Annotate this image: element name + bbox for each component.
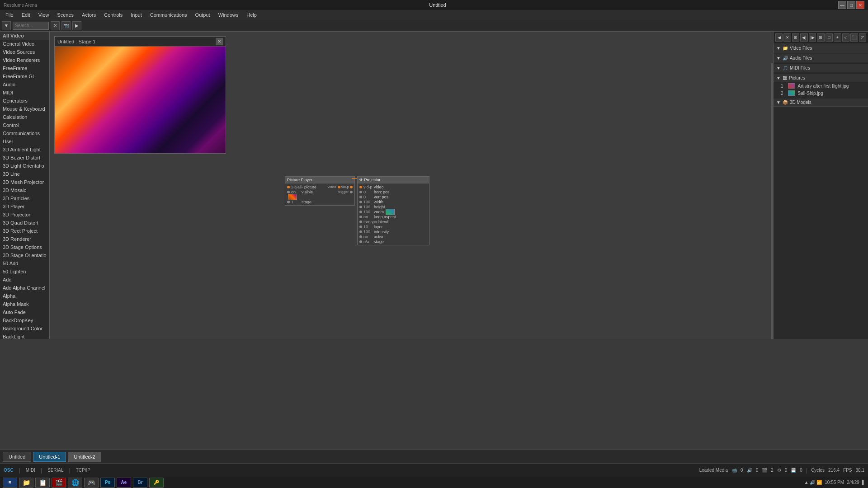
search-input[interactable] <box>13 22 49 30</box>
proj-val-horz: 0 <box>363 190 373 194</box>
sidebar-item-3d-renderer[interactable]: 3D Renderer <box>0 235 49 243</box>
sidebar-item-audio[interactable]: Audio <box>0 80 49 89</box>
sidebar-item-3d-particles[interactable]: 3D Particles <box>0 194 49 202</box>
sidebar-item-alpha-mask[interactable]: Alpha Mask <box>0 300 49 308</box>
sidebar-item-calculation[interactable]: Calculation <box>0 113 49 121</box>
tab-untitled[interactable]: Untitled <box>3 452 31 462</box>
sidebar-item-control[interactable]: Control <box>0 121 49 129</box>
sidebar-item-3d-stage-orient[interactable]: 3D Stage Orientatio <box>0 251 49 259</box>
taskbar-app4[interactable]: 🔑 <box>149 478 164 488</box>
menu-view[interactable]: View <box>35 11 53 19</box>
menu-scenes[interactable]: Scenes <box>53 11 77 19</box>
status-tcpip[interactable]: TCP/IP <box>76 468 90 473</box>
panel-btn-black[interactable]: ⬛ <box>850 33 858 42</box>
pictures-header[interactable]: ▼ 🖼 Pictures <box>774 74 868 82</box>
sidebar-item-freeframe[interactable]: FreeFrame <box>0 64 49 72</box>
minimize-button[interactable]: — <box>838 1 846 9</box>
sidebar-item-background-color[interactable]: Background Color <box>0 324 49 333</box>
projector-node[interactable]: 👁 Projector vid-p video 0 horz pos 0 ver… <box>357 176 429 245</box>
toolbar-clear-btn[interactable]: ✕ <box>51 21 60 30</box>
sidebar-item-general-video[interactable]: General Video <box>0 40 49 48</box>
sidebar-item-3d-mesh[interactable]: 3D Mesh Projector <box>0 178 49 186</box>
taskbar-explorer[interactable]: 📁 <box>19 478 33 488</box>
sidebar-item-add-alpha[interactable]: Add Alpha Channel <box>0 284 49 292</box>
status-serial[interactable]: SERIAL <box>47 468 64 473</box>
panel-btn-back[interactable]: ◀ <box>775 33 783 42</box>
taskbar-app2[interactable]: 🎬 <box>52 478 66 488</box>
midi-files-header[interactable]: ▼ 🎵 MIDI Files <box>774 64 868 72</box>
sidebar-item-freeframe-gl[interactable]: FreeFrame GL <box>0 72 49 80</box>
sidebar-item-generators[interactable]: Generators <box>0 97 49 105</box>
sidebar-item-3d-rect[interactable]: 3D Rect Project <box>0 227 49 235</box>
taskbar-show-desktop[interactable]: ▌ <box>862 480 865 485</box>
panel-btn-grid[interactable]: ⊞ <box>792 33 799 42</box>
sidebar-item-user[interactable]: User <box>0 137 49 145</box>
status-midi[interactable]: MIDI <box>26 468 35 473</box>
sidebar-item-3d-quad[interactable]: 3D Quad Distort <box>0 219 49 227</box>
sidebar-item-communications[interactable]: Communications <box>0 129 49 137</box>
menu-file[interactable]: File <box>2 11 17 19</box>
panel-btn-arrow[interactable]: ◁ <box>842 33 849 42</box>
sidebar-item-midi[interactable]: MIDI <box>0 89 49 97</box>
taskbar-ae[interactable]: Ae <box>117 478 131 488</box>
menu-input[interactable]: Input <box>127 11 145 19</box>
toolbar-camera-btn[interactable]: 📷 <box>61 21 71 30</box>
sidebar-item-50add[interactable]: 50 Add <box>0 259 49 267</box>
status-right: Loaded Media 📹 0 🔊 0 🎬 2 ⚙ 0 💾 0 | Cycle… <box>699 467 864 474</box>
maximize-button[interactable]: □ <box>847 1 855 9</box>
last-icon: 💾 <box>791 468 796 473</box>
sidebar-item-3d-stage-options[interactable]: 3D Stage Options <box>0 243 49 251</box>
sidebar-item-3d-line[interactable]: 3D Line <box>0 170 49 178</box>
taskbar-br[interactable]: Br <box>133 478 147 488</box>
sidebar-item-all-video[interactable]: All Video <box>0 32 49 40</box>
sidebar-item-video-sources[interactable]: Video Sources <box>0 48 49 56</box>
taskbar-chrome[interactable]: 🌐 <box>68 478 82 488</box>
sidebar-item-add[interactable]: Add <box>0 276 49 284</box>
sidebar-item-3d-projector[interactable]: 3D Projector <box>0 211 49 219</box>
panel-btn-close[interactable]: ✕ <box>783 33 791 42</box>
video-status-icon: 🎬 <box>762 468 767 473</box>
taskbar-app3[interactable]: 🎮 <box>84 478 99 488</box>
menu-windows[interactable]: Windows <box>215 11 242 19</box>
sidebar-item-mouse-keyboard[interactable]: Mouse & Keyboard <box>0 105 49 113</box>
status-osc[interactable]: OSC <box>4 468 14 473</box>
sidebar-item-3d-player[interactable]: 3D Player <box>0 202 49 211</box>
panel-btn-next[interactable]: |▶ <box>809 33 816 42</box>
panel-btn-add[interactable]: + <box>834 33 841 42</box>
sidebar-item-3d-ambient[interactable]: 3D Ambient Light <box>0 145 49 154</box>
sidebar-item-backdropkey[interactable]: BackDropKey <box>0 316 49 324</box>
sidebar-item-backlight[interactable]: BackLight <box>0 333 49 339</box>
panel-btn-resize[interactable]: ◸ <box>859 33 866 42</box>
audio-files-header[interactable]: ▼ 🔊 Audio Files <box>774 54 868 62</box>
sidebar-item-video-renderers[interactable]: Video Renderers <box>0 56 49 64</box>
menu-communications[interactable]: Communications <box>146 11 191 19</box>
sidebar-item-alpha[interactable]: Alpha <box>0 292 49 300</box>
taskbar-photoshop[interactable]: Ps <box>100 478 115 488</box>
panel-btn-square[interactable]: □ <box>826 33 833 42</box>
tab-untitled-2[interactable]: Untitled-2 <box>68 452 101 462</box>
toolbar-play-btn[interactable]: ▶ <box>72 21 81 30</box>
close-button[interactable]: ✕ <box>856 1 864 9</box>
sidebar-item-3d-light[interactable]: 3D Light Orientatio <box>0 162 49 170</box>
tab-untitled-1[interactable]: Untitled-1 <box>33 452 66 462</box>
picture-item-2[interactable]: 2 Sail-Ship.jpg <box>774 89 868 97</box>
menu-output[interactable]: Output <box>192 11 214 19</box>
sidebar-item-auto-fade[interactable]: Auto Fade <box>0 308 49 316</box>
video-files-header[interactable]: ▼ 📁 Video Files <box>774 44 868 52</box>
3d-models-header[interactable]: ▼ 📦 3D Models <box>774 99 868 107</box>
menu-help[interactable]: Help <box>243 11 260 19</box>
toolbar-filter-btn[interactable]: ▼ <box>2 21 11 30</box>
sidebar-item-3d-bezier[interactable]: 3D Bezier Distort <box>0 154 49 162</box>
panel-btn-prev[interactable]: ◀| <box>800 33 807 42</box>
menu-actors[interactable]: Actors <box>78 11 99 19</box>
picture-player-node[interactable]: Picture Player 2-Sail- picture video vid… <box>285 176 355 206</box>
taskbar-app1[interactable]: 📋 <box>35 478 50 488</box>
menu-edit[interactable]: Edit <box>18 11 34 19</box>
panel-btn-grid2[interactable]: ⊞ <box>817 33 824 42</box>
taskbar-start[interactable]: R <box>3 478 17 488</box>
sidebar-item-3d-mosaic[interactable]: 3D Mosaic <box>0 186 49 194</box>
menu-controls[interactable]: Controls <box>100 11 126 19</box>
sidebar-item-50lighten[interactable]: 50 Lighten <box>0 267 49 276</box>
picture-item-1[interactable]: 1 Artistry after first flight.jpg <box>774 82 868 89</box>
stage-close-button[interactable]: ✕ <box>216 38 223 45</box>
